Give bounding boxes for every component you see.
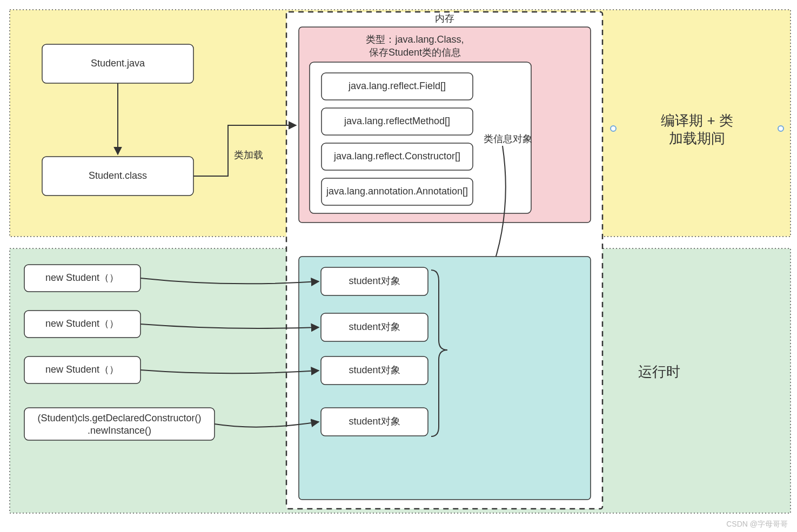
class-info-item-0: java.lang.reflect.Field[] (348, 80, 446, 91)
class-file-label: Student.class (89, 170, 147, 181)
compile-phase-label-2: 加载期间 (669, 130, 725, 146)
classload-label: 类加载 (234, 150, 263, 160)
class-info-item-1: java.lang.reflectMethod[] (344, 116, 450, 126)
runtime-call-1: new Student（） (45, 318, 119, 329)
student-obj-2: student对象 (349, 365, 400, 375)
handle-dot (611, 126, 616, 131)
student-obj-3: student对象 (349, 416, 400, 427)
student-obj-1: student对象 (349, 321, 400, 332)
class-info-item-3: java.lang.annotation.Annotation[] (326, 186, 468, 197)
class-info-item-2: java.lang.reflect.Constructor[] (333, 151, 460, 161)
handle-dot (778, 126, 783, 131)
student-obj-0: student对象 (349, 275, 400, 286)
runtime-call-0: new Student（） (45, 272, 119, 283)
class-info-title-2: 保存Student类的信息 (369, 47, 461, 58)
class-info-title-1: 类型：java.lang.Class, (366, 34, 464, 45)
memory-title: 内存 (435, 13, 454, 24)
compile-phase-label-1: 编译期 + 类 (661, 112, 733, 129)
class-info-side-label: 类信息对象 (484, 133, 532, 144)
runtime-phase-label: 运行时 (638, 363, 680, 380)
runtime-call-3b: .newInstance() (88, 425, 151, 436)
runtime-call-2: new Student（） (45, 364, 119, 375)
watermark: CSDN @字母哥哥 (726, 520, 788, 528)
diagram-canvas: 内存 编译期 + 类 加载期间 运行时 Student.java Student… (0, 0, 797, 532)
runtime-call-3a: (Student)cls.getDeclaredConstructor() (37, 413, 201, 423)
source-file-label: Student.java (91, 58, 145, 69)
